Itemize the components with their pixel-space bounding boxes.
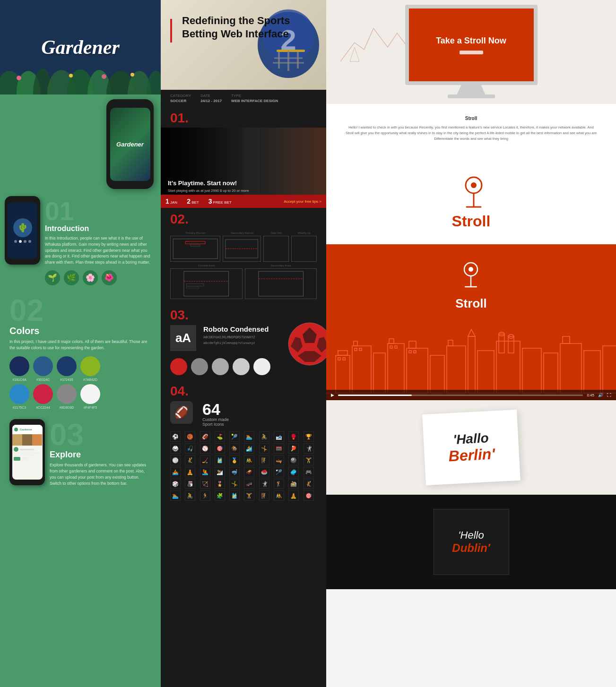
section-02-number: 02 <box>9 295 151 326</box>
type-chars: ABCDEFGHIJKLMNOPQRSTUVWXYZabcdefghijklmn… <box>203 335 269 346</box>
grid-icon-21: 🏐 <box>170 455 181 465</box>
icon-seedling: 🌱 <box>45 270 60 285</box>
fullscreen-icon[interactable]: ⛶ <box>607 393 611 397</box>
swatch-red-circle <box>33 384 53 404</box>
svg-point-10 <box>69 74 73 77</box>
red-accent-line <box>170 19 172 43</box>
mini-actions <box>14 457 41 461</box>
swatch-mid-blue-circle <box>33 356 53 376</box>
section-02-num: 02. <box>170 212 317 227</box>
grid-icon-26: 🤼 <box>244 455 254 465</box>
svg-point-9 <box>17 76 21 80</box>
grid-icon-3: 🏈 <box>200 431 210 442</box>
grid-icon-37: 🥌 <box>259 467 269 477</box>
sports-heading: Redefining the Sports Betting Web Interf… <box>177 14 319 40</box>
stroll-hero: Take a Stroll Now <box>326 0 616 104</box>
monitor-stand <box>457 85 486 94</box>
grid-icon-36: 🛷 <box>244 467 254 477</box>
berlin-hello: 'Hallo <box>447 430 495 447</box>
play-progress-track[interactable] <box>338 395 583 396</box>
sports-screen: It's Playtime. Start now! Start playing … <box>161 128 326 208</box>
section-03-row: Gardener <box>9 419 151 486</box>
grid-icon-13: ⚾ <box>200 443 210 454</box>
wireframe-top-labels: Primary Banner Secondary Banner Side Inf… <box>170 232 317 234</box>
monitor-base <box>448 94 495 98</box>
label-side-info: Side Info <box>264 232 289 234</box>
palette-gray1 <box>191 358 208 375</box>
section-04-header: 04. <box>161 380 326 399</box>
section-03-text: 03 Explore Explore thousands of gardener… <box>50 419 151 486</box>
bet-1-label: JAN <box>170 200 177 205</box>
section-04-num: 04. <box>170 384 317 399</box>
stroll-logo-text: Stroll <box>452 213 491 230</box>
left-column: Gardener Gardener 🌵 <box>0 0 161 687</box>
grid-icon-27: 🧗 <box>259 455 269 465</box>
grid-icon-52: 🚴 <box>185 490 195 501</box>
stroll-logo-section: Stroll <box>326 161 616 244</box>
hello-berlin-section: 'Hallo Berlin' <box>326 400 616 495</box>
swatch-mid-blue-label: #30324C <box>36 378 50 381</box>
section-01-title: Introduction <box>45 224 151 233</box>
bet-3: 3 FREE BET <box>208 198 232 205</box>
wireframe-section: Primary Banner Secondary Banner Side Inf… <box>161 227 326 304</box>
svg-rect-29 <box>186 284 204 286</box>
grid-icon-29: 🎱 <box>288 455 299 465</box>
swatch-sky-blue-circle <box>9 384 29 404</box>
berlin-city: Berlin' <box>448 445 495 465</box>
section-01-header: 01. <box>161 107 326 128</box>
middle-column: Redefining the Sports Betting Web Interf… <box>161 0 326 687</box>
meta-row: CATEGORY SOCCER DATE 24/12 - 2017 TYPE W… <box>161 90 326 107</box>
section-03-content: aA Roboto Condensed ABCDEFGHIJKLMNOPQRST… <box>161 323 326 380</box>
img3 <box>32 434 42 446</box>
stroll-pin-svg <box>457 175 490 213</box>
palette-white <box>253 358 270 375</box>
mini-name-1 <box>20 449 34 450</box>
label-content-area: Content Area <box>170 264 243 267</box>
swatch-dark-navy-label: #172435 <box>60 378 73 381</box>
berlin-card: 'Hallo Berlin' <box>422 410 521 485</box>
phone-small: 🌵 <box>5 196 40 265</box>
monitor-wrapper: Take a Stroll Now <box>396 5 547 99</box>
grid-icon-59: 🧘 <box>288 490 299 501</box>
color-swatches-row-1: #161C4A #30324C #172435 #7AB42D <box>9 356 151 381</box>
section-03-num: 03. <box>170 308 189 323</box>
mini-action-2 <box>22 457 29 461</box>
icon-herb: 🌿 <box>64 270 79 285</box>
grid-icon-10: 🏆 <box>304 431 314 442</box>
wf-box-content <box>170 268 243 299</box>
label-weekly-tip: Weekly tip <box>291 232 317 234</box>
meta-date: DATE 24/12 - 2017 <box>200 94 222 103</box>
grid-icon-30: 🏋️ <box>304 455 314 465</box>
section-03-desc: Explore thousands of gardeners. You can … <box>50 462 151 486</box>
monitor-btn[interactable] <box>460 51 483 54</box>
wf-content-svg <box>171 269 242 299</box>
bet-3-num: 3 <box>208 198 212 205</box>
grid-icon-5: 🎾 <box>229 431 240 442</box>
grid-icon-11: 🥋 <box>170 443 181 454</box>
grid-icon-48: 🏌️ <box>274 479 284 489</box>
grid-icon-23: 🏒 <box>200 455 210 465</box>
grid-icon-1: ⚽ <box>170 431 181 442</box>
section-03-container: Gardener <box>0 412 161 486</box>
hello-dublin-section: 'Hello Dublin' <box>326 495 616 589</box>
hero-sub: Start playing with us at just 2990 $ up … <box>168 189 249 193</box>
wireframe-bottom-labels: Content Area Secondary Area <box>170 264 317 267</box>
swatch-white-label: #F4F4F5 <box>84 406 97 409</box>
sports-header-content: Redefining the Sports Betting Web Interf… <box>161 0 326 47</box>
accept-bet[interactable]: Accept your free tips > <box>284 199 321 204</box>
swatch-lime-circle <box>80 356 100 376</box>
swatch-red-label: #CC2244 <box>36 406 50 409</box>
img1 <box>12 434 22 446</box>
bet-2: 2 BET <box>187 198 199 205</box>
phone-intro-icon: 🌵 <box>13 218 32 237</box>
play-button-icon[interactable]: ▶ <box>331 393 334 397</box>
svg-point-12 <box>130 73 134 77</box>
bet-3-label: FREE BET <box>213 200 232 205</box>
explore-phone-screen: Gardener <box>12 425 43 480</box>
bet-2-num: 2 <box>187 198 191 205</box>
wf-secondary-bottom-svg <box>245 269 317 299</box>
mini-text-1 <box>14 453 40 454</box>
swatch-gray: #9D9D9D <box>57 384 77 409</box>
grid-icon-9: 🥊 <box>288 431 299 442</box>
volume-icon[interactable]: 🔊 <box>598 393 603 397</box>
